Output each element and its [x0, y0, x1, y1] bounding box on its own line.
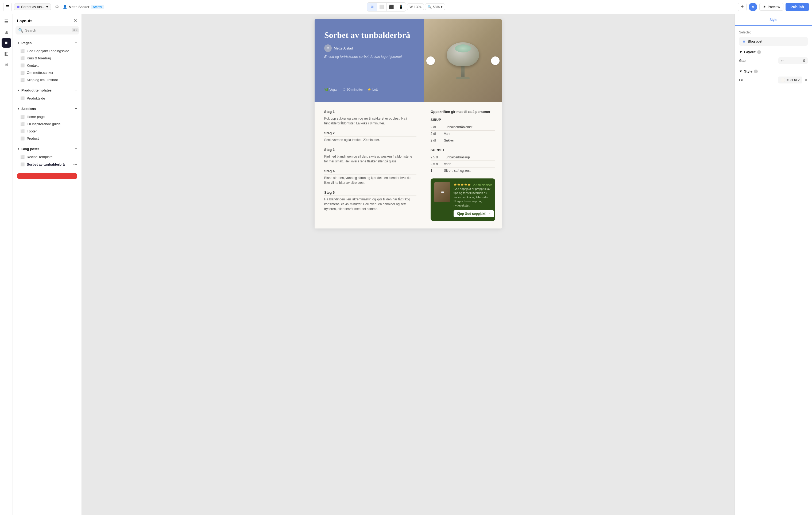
- section-label-4: Product: [27, 136, 39, 140]
- sirup-row-1: 2 dl Tunbalderbråblomst: [431, 124, 495, 131]
- carousel-next-button[interactable]: →: [491, 56, 499, 65]
- settings-button[interactable]: ⚙: [53, 3, 61, 11]
- layout-chevron-icon: ▼: [739, 50, 743, 54]
- blog-posts-header[interactable]: ▼ Blog posts +: [13, 144, 82, 153]
- style-chevron-icon: ▼: [739, 69, 743, 73]
- page-icon-2: ⬜: [20, 56, 25, 60]
- pages-add-button[interactable]: +: [75, 40, 77, 45]
- section-item-2[interactable]: ⬜ En inspirerende guide: [13, 120, 82, 128]
- search-bar: 🔍 ⌘F: [16, 26, 79, 34]
- page-item-5[interactable]: ⬜ Klipp og lim i Instant: [13, 76, 82, 83]
- fill-row: Fill #F8F6F2 ✕: [739, 77, 808, 83]
- fill-control: #F8F6F2 ✕: [778, 77, 808, 83]
- vegan-icon: 🌿: [324, 88, 328, 91]
- time-icon: ⏱: [343, 88, 346, 91]
- style-label: Style: [744, 69, 752, 73]
- width-value: 1394: [414, 5, 422, 9]
- book-card: 📖 ★★★★★ 2 Anmeldelser God soppjakt er pr…: [431, 179, 495, 221]
- menu-toggle-button[interactable]: ☰: [3, 3, 12, 11]
- page-icon-5: ⬜: [20, 78, 25, 82]
- sidebar-icon-blocks[interactable]: ■: [2, 38, 11, 48]
- page-item-1[interactable]: ⬜ God Soppjakt Landingsside: [13, 47, 82, 55]
- sections-label: Sections: [21, 107, 36, 111]
- page-item-2[interactable]: ⬜ Kurs & foredrag: [13, 55, 82, 62]
- gap-value[interactable]: ⇿ 0: [778, 57, 808, 64]
- gap-row: Gap ⇿ 0: [739, 57, 808, 64]
- blog-header-right: ← →: [424, 19, 502, 102]
- zoom-control[interactable]: 🔍 58% ▾: [425, 3, 445, 10]
- laptop-device-button[interactable]: ⬜: [377, 3, 386, 11]
- blog-posts-add-button[interactable]: +: [75, 146, 77, 151]
- step-5-text: Ha blandingen i en iskremmaskin og kjør …: [324, 197, 416, 211]
- book-img-label: 📖: [441, 191, 444, 194]
- product-templates-chevron-icon: ▼: [17, 89, 20, 92]
- page-label-5: Klipp og lim i Instant: [27, 78, 58, 82]
- sidebar-icon-menu[interactable]: ☰: [2, 17, 11, 26]
- panel-close-button[interactable]: ✕: [73, 18, 77, 24]
- zoom-chevron-icon: ▾: [441, 5, 443, 9]
- recipe-serves: Oppskriften gir mat til ca 4 personer: [431, 110, 495, 114]
- sections-header[interactable]: ▼ Sections +: [13, 104, 82, 113]
- section-item-4[interactable]: ⬜ Product: [13, 135, 82, 142]
- avatar[interactable]: A: [749, 3, 757, 11]
- sirup-name-2: Vann: [444, 132, 495, 136]
- search-icon: 🔍: [18, 28, 24, 33]
- pages-section-header[interactable]: ▼ Pages +: [13, 38, 82, 47]
- food-image: [424, 19, 502, 102]
- page-icon-3: ⬜: [20, 63, 25, 67]
- canvas-area[interactable]: Sorbet av tunbalderbrå M Mette Alstad En…: [82, 14, 734, 515]
- sirup-amount-1: 2 dl: [431, 125, 441, 129]
- product-templates-add-button[interactable]: +: [75, 88, 77, 92]
- sections-add-button[interactable]: +: [75, 106, 77, 111]
- tab-dot: [17, 6, 20, 8]
- layout-section: ▼ Layout i Gap ⇿ 0: [739, 50, 808, 64]
- blog-post-more-button[interactable]: •••: [73, 162, 77, 166]
- page-item-4[interactable]: ⬜ Om mette.sanker: [13, 69, 82, 76]
- product-templates-header[interactable]: ▼ Product templates +: [13, 86, 82, 95]
- blog-tag-time: ⏱ 90 minutter: [343, 88, 363, 91]
- step-4: Steg 4 Bland sirupen, vann og sitron og …: [324, 169, 416, 185]
- blog-posts-section: ▼ Blog posts + ⬜ Recipe Template ⬜ Sorbe…: [13, 143, 82, 169]
- right-panel: Style Selected 🖥 Blog post ▼ Layout i Ga…: [734, 14, 812, 515]
- page-item-3[interactable]: ⬜ Kontakt: [13, 62, 82, 69]
- carousel-left-icon: ←: [429, 59, 432, 63]
- carousel-prev-button[interactable]: ←: [426, 56, 435, 65]
- step-1: Steg 1 Kok opp sukker og vann og rør til…: [324, 110, 416, 126]
- step-5-title: Steg 5: [324, 190, 416, 196]
- blog-post-item-2[interactable]: ⬜ Sorbet av tunbalderbrå •••: [13, 161, 82, 168]
- tab-style[interactable]: Style: [735, 14, 812, 26]
- pages-section-label: Pages: [21, 41, 32, 45]
- red-action-button[interactable]: [17, 173, 77, 179]
- search-input[interactable]: [25, 28, 70, 32]
- fill-input[interactable]: #F8F6F2: [778, 77, 802, 83]
- topbar: ☰ Sorbet av tun... ▾ ⚙ 👤 Mette Sanker St…: [0, 0, 812, 14]
- product-template-item-1[interactable]: ⬜ Produktside: [13, 95, 82, 102]
- tablet-device-button[interactable]: ⬛: [386, 3, 396, 11]
- mobile-device-button[interactable]: 📱: [396, 3, 406, 11]
- section-item-3[interactable]: ⬜ Footer: [13, 128, 82, 135]
- step-4-text: Bland sirupen, vann og sitron og kjør de…: [324, 175, 416, 185]
- sirup-name-1: Tunbalderbråblomst: [444, 125, 495, 129]
- desktop-device-button[interactable]: 🖥: [367, 3, 377, 11]
- active-tab-pill[interactable]: Sorbet av tun... ▾: [14, 3, 51, 10]
- preview-button[interactable]: 👁 Preview: [759, 3, 783, 11]
- author-row: M Mette Alstad: [324, 45, 414, 52]
- add-button[interactable]: +: [738, 3, 747, 11]
- layout-section-header[interactable]: ▼ Layout i: [739, 50, 808, 54]
- panel-title: Layouts: [17, 19, 33, 23]
- book-cta-button[interactable]: Kjøp God soppjakt! →: [454, 210, 494, 217]
- style-section-header[interactable]: ▼ Style i: [739, 69, 808, 73]
- blog-post-label-1: Recipe Template: [27, 155, 53, 159]
- preview-icon: 👁: [763, 5, 766, 9]
- fill-clear-button[interactable]: ✕: [805, 78, 808, 82]
- publish-button[interactable]: Publish: [786, 3, 809, 11]
- sorbet-amount-1: 2,5 dl: [431, 156, 441, 159]
- sidebar-icon-grid[interactable]: ⊟: [2, 59, 11, 69]
- section-icon-3: ⬜: [20, 129, 25, 133]
- sidebar-icon-layers[interactable]: ⊞: [2, 27, 11, 37]
- blog-tag-vegan: 🌿 Vegan: [324, 88, 338, 91]
- blog-post-item-1[interactable]: ⬜ Recipe Template: [13, 153, 82, 161]
- author-avatar: M: [324, 45, 332, 52]
- sidebar-icon-media[interactable]: ◧: [2, 49, 11, 58]
- section-item-1[interactable]: ⬜ Home page: [13, 113, 82, 120]
